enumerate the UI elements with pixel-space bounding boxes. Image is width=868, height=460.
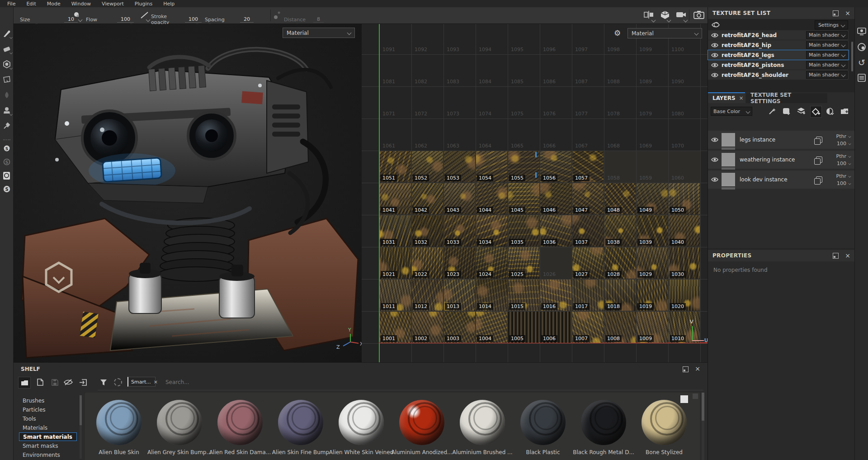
layer-visibility-eye-icon[interactable] — [708, 177, 722, 182]
udim-tile-1020[interactable]: 1020 — [669, 280, 700, 311]
udim-tile-1039[interactable]: 1039 — [637, 215, 668, 247]
udim-tile-1043[interactable]: 1043 — [444, 183, 475, 214]
menu-window[interactable]: Window — [66, 1, 96, 7]
material-item[interactable]: Alien White Skin Veined — [331, 393, 392, 460]
udim-tile-1056[interactable]: 1056 — [540, 151, 571, 182]
tab-layers[interactable]: LAYERS × — [708, 93, 745, 103]
visibility-eye-icon[interactable] — [708, 62, 722, 68]
properties-close-icon[interactable]: × — [845, 252, 850, 259]
clone-stamp-tool[interactable] — [1, 104, 13, 116]
shader-assign-dropdown[interactable]: Main shader — [806, 71, 848, 79]
shader-assign-dropdown[interactable]: Main shader — [806, 51, 848, 59]
projection-tool-chevron-icon[interactable] — [9, 66, 12, 69]
udim-tile-1024[interactable]: 1024 — [476, 247, 507, 279]
shelf-category-tools[interactable]: Tools — [19, 414, 77, 423]
udim-tile-1051[interactable]: 1051 — [380, 151, 411, 182]
udim-tile-1054[interactable]: 1054 — [476, 151, 507, 182]
texture-set-list-close-icon[interactable]: × — [845, 10, 850, 16]
material-item[interactable]: Alien Grey Skin Bump... — [149, 393, 210, 460]
stroke-preview-icon[interactable] — [140, 11, 149, 22]
toggle-all-visibility-icon[interactable] — [712, 21, 720, 30]
udim-tile-1002[interactable]: 1002 — [412, 312, 443, 343]
log-icon[interactable] — [856, 72, 867, 83]
material-item[interactable]: Bone Stylized — [634, 393, 694, 460]
udim-tile-1040[interactable]: 1040 — [669, 215, 700, 247]
shader-settings-icon[interactable] — [856, 42, 867, 52]
udim-tile-1049[interactable]: 1049 — [637, 183, 668, 214]
udim-tile-1011[interactable]: 1011 — [380, 280, 411, 311]
shelf-scrollbar[interactable] — [702, 393, 704, 460]
texture-set-scrollbar[interactable] — [851, 42, 853, 71]
split-view-chevron-icon[interactable] — [651, 18, 656, 23]
material-item[interactable]: Aluminium Anodized... — [392, 393, 452, 460]
layer-blend-mode[interactable]: Pthr — [836, 173, 851, 179]
texture-set-row[interactable]: retrofitAF26_headMain shader — [708, 30, 849, 40]
udim-tile-1055[interactable]: 1055 — [508, 151, 539, 182]
history-icon[interactable]: ↺ — [856, 57, 867, 68]
brush-tip-preview-icon[interactable] — [72, 11, 81, 22]
shelf-hide-eye-slash-icon[interactable] — [62, 377, 74, 388]
substance-badge-icon[interactable]: S — [1, 183, 13, 195]
shelf-folder-view-button[interactable] — [18, 377, 31, 389]
layer-thumbnail[interactable] — [722, 173, 735, 186]
add-smart-material-icon[interactable] — [781, 106, 792, 117]
layer-thumbnail[interactable] — [722, 153, 735, 166]
add-layer-icon[interactable] — [796, 106, 807, 117]
projection-tool[interactable] — [1, 58, 13, 70]
udim-tile-1029[interactable]: 1029 — [637, 247, 668, 279]
texture-set-row[interactable]: retrofitAF26_pistonsMain shader — [708, 60, 849, 70]
polygon-fill-tool[interactable] — [1, 74, 13, 85]
udim-tile-1019[interactable]: 1019 — [637, 280, 668, 311]
viewport-2d-uv[interactable]: 1001100210031004100510061007100810091010… — [362, 24, 708, 362]
udim-tile-1028[interactable]: 1028 — [604, 247, 636, 279]
udim-tile-1057[interactable]: 1057 — [572, 151, 604, 182]
shelf-category-materials[interactable]: Materials — [19, 423, 77, 432]
add-mask-icon[interactable] — [825, 106, 835, 117]
layer-opacity[interactable]: 100 — [837, 161, 851, 166]
paint-brush-tool[interactable] — [1, 28, 13, 39]
udim-tile-1053[interactable]: 1053 — [444, 151, 475, 182]
udim-tile-1010[interactable]: 1010 — [669, 312, 700, 343]
material-item[interactable]: Black Plastic — [513, 393, 573, 460]
layer-visibility-eye-icon[interactable] — [708, 157, 722, 162]
udim-tile-1034[interactable]: 1034 — [476, 215, 507, 247]
shader-assign-dropdown[interactable]: Main shader — [806, 31, 848, 39]
layer-row[interactable]: legs instancePthr 100 — [708, 131, 855, 149]
filter-funnel-icon[interactable] — [98, 377, 109, 388]
add-effect-wand-icon[interactable] — [767, 106, 778, 117]
3d-view-cube-icon[interactable] — [660, 10, 670, 21]
udim-tile-1001[interactable]: 1001 — [380, 312, 411, 343]
udim-tile-1017[interactable]: 1017 — [572, 280, 604, 311]
udim-tile-1018[interactable]: 1018 — [604, 280, 636, 311]
visibility-eye-icon[interactable] — [708, 33, 722, 38]
filter-tag-chip[interactable]: Smart... × — [127, 377, 156, 387]
shelf-category-smart-masks[interactable]: Smart masks — [19, 441, 77, 450]
material-item[interactable]: Aluminium Brushed ... — [452, 393, 513, 460]
tab-texture-set-settings[interactable]: TEXTURE SET SETTINGS — [746, 93, 827, 103]
layer-opacity[interactable]: 100 — [837, 141, 851, 147]
udim-tile-1025[interactable]: 1025 — [508, 247, 539, 279]
udim-tile-1042[interactable]: 1042 — [412, 183, 443, 214]
udim-tile-1006[interactable]: 1006 — [540, 312, 571, 343]
udim-tile-1031[interactable]: 1031 — [380, 215, 411, 247]
material-item[interactable]: Alien Skin Fine Bump — [270, 393, 331, 460]
viewport-3d[interactable]: Y Z X Material — [14, 24, 362, 362]
menu-plugins[interactable]: Plugins — [129, 1, 158, 7]
layer-row[interactable]: look dev instancePthr 100 — [708, 171, 855, 189]
filter-loop-icon[interactable] — [112, 377, 124, 388]
smudge-tool[interactable] — [1, 89, 13, 101]
layer-visibility-eye-icon[interactable] — [708, 137, 722, 142]
brush-tip-chevron-icon[interactable] — [78, 18, 83, 22]
shelf-import-icon[interactable] — [77, 377, 89, 388]
generator-resource-icon[interactable]: S — [1, 156, 13, 168]
shelf-search-input[interactable] — [165, 377, 347, 388]
properties-popout-icon[interactable] — [833, 253, 839, 259]
udim-tile-1012[interactable]: 1012 — [412, 280, 443, 311]
eraser-tool-chevron-icon[interactable] — [9, 51, 12, 54]
cube-chevron-icon[interactable] — [667, 18, 671, 23]
layer-thumbnail[interactable] — [722, 133, 735, 147]
visibility-eye-icon[interactable] — [708, 52, 722, 58]
add-fill-layer-icon[interactable] — [810, 106, 822, 118]
slider-value-field[interactable]: 100 — [117, 16, 134, 23]
shader-assign-dropdown[interactable]: Main shader — [806, 41, 848, 49]
